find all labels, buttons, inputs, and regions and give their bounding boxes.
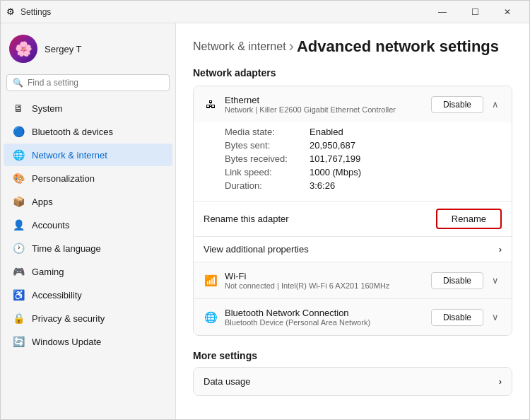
- search-input[interactable]: [28, 78, 163, 88]
- properties-row[interactable]: View additional properties ›: [194, 236, 512, 262]
- sidebar-item-label-time: Time & language: [32, 243, 101, 254]
- sidebar-item-accessibility[interactable]: ♿ Accessibility: [4, 284, 172, 306]
- main-content: Sergey T 🔍 🖥 System 🔵 Bluetooth & device…: [1, 23, 529, 419]
- bluetooth-net-disable-button[interactable]: Disable: [431, 309, 483, 326]
- sidebar-item-personalization[interactable]: 🎨 Personalization: [4, 167, 172, 189]
- wifi-chevron-down-icon[interactable]: ∨: [489, 274, 502, 287]
- rename-button[interactable]: Rename: [436, 209, 502, 229]
- breadcrumb-separator: ›: [289, 37, 294, 56]
- adapter-details-ethernet: Media state: Enabled Bytes sent: 20,950,…: [194, 122, 512, 201]
- sidebar-item-bluetooth[interactable]: 🔵 Bluetooth & devices: [4, 120, 172, 143]
- sidebar-item-label-update: Windows Update: [32, 337, 101, 347]
- sidebar-item-label-network: Network & internet: [32, 150, 107, 161]
- adapter-controls-wifi: Disable ∨: [431, 272, 502, 289]
- adapter-desc-bluetooth-net: Bluetooth Device (Personal Area Network): [225, 318, 424, 327]
- sidebar-item-system[interactable]: 🖥 System: [4, 97, 172, 119]
- sidebar-item-label-gaming: Gaming: [32, 267, 64, 277]
- apps-icon: 📦: [12, 195, 25, 208]
- wifi-disable-button[interactable]: Disable: [431, 272, 483, 289]
- close-button[interactable]: ✕: [491, 1, 524, 23]
- sidebar-item-label-bluetooth: Bluetooth & devices: [32, 127, 113, 137]
- breadcrumb: Network & internet › Advanced network se…: [193, 37, 512, 56]
- more-settings-section: Data usage ›: [193, 367, 512, 396]
- detail-row-bytes-sent: Bytes sent: 20,950,687: [225, 139, 502, 152]
- adapter-controls-ethernet: Disable ∧: [431, 96, 502, 113]
- link-speed-value: 1000 (Mbps): [310, 167, 361, 177]
- titlebar-left: ⚙ Settings: [6, 6, 51, 17]
- adapter-info-ethernet: Ethernet Network | Killer E2600 Gigabit …: [225, 95, 424, 114]
- more-settings-title: More settings: [193, 350, 512, 361]
- bluetooth-icon: 🔵: [12, 125, 25, 138]
- media-state-value: Enabled: [310, 127, 343, 137]
- adapter-info-wifi: Wi-Fi Not connected | Intel(R) Wi-Fi 6 A…: [225, 271, 424, 290]
- rename-label: Rename this adapter: [204, 214, 289, 224]
- ethernet-disable-button[interactable]: Disable: [431, 96, 483, 113]
- accessibility-icon: ♿: [12, 288, 25, 301]
- media-state-label: Media state:: [225, 127, 310, 137]
- accounts-icon: 👤: [12, 218, 25, 231]
- sidebar-item-time[interactable]: 🕐 Time & language: [4, 237, 172, 259]
- bytes-sent-label: Bytes sent:: [225, 140, 310, 151]
- ethernet-icon: 🖧: [204, 98, 218, 112]
- link-speed-label: Link speed:: [225, 167, 310, 177]
- section-title-adapters: Network adapters: [193, 67, 512, 78]
- data-usage-chevron-icon: ›: [499, 376, 502, 387]
- sidebar-item-label-accessibility: Accessibility: [32, 290, 82, 301]
- settings-row-data-usage[interactable]: Data usage ›: [194, 368, 512, 395]
- sidebar-item-update[interactable]: 🔄 Windows Update: [4, 330, 172, 353]
- sidebar-item-label-accounts: Accounts: [32, 220, 69, 231]
- adapter-name-bluetooth-net: Bluetooth Network Connection: [225, 308, 424, 318]
- settings-window: ⚙ Settings — ☐ ✕ Sergey T 🔍 🖥 System: [0, 0, 530, 420]
- user-name: Sergey T: [45, 44, 82, 54]
- network-icon: 🌐: [12, 148, 25, 161]
- minimize-button[interactable]: —: [426, 1, 459, 23]
- adapter-item-wifi: 📶 Wi-Fi Not connected | Intel(R) Wi-Fi 6…: [194, 262, 512, 299]
- sidebar-item-label-privacy: Privacy & security: [32, 313, 105, 324]
- personalization-icon: 🎨: [12, 172, 25, 185]
- content-area: Network & internet › Advanced network se…: [176, 23, 529, 419]
- adapters-section: 🖧 Ethernet Network | Killer E2600 Gigabi…: [193, 86, 512, 336]
- sidebar-item-accounts[interactable]: 👤 Accounts: [4, 214, 172, 236]
- sidebar-item-privacy[interactable]: 🔒 Privacy & security: [4, 307, 172, 329]
- titlebar: ⚙ Settings — ☐ ✕: [1, 1, 529, 23]
- search-box[interactable]: 🔍: [6, 74, 170, 91]
- bluetooth-net-chevron-down-icon[interactable]: ∨: [489, 310, 502, 324]
- settings-icon: ⚙: [6, 6, 15, 17]
- detail-row-media-state: Media state: Enabled: [225, 125, 502, 139]
- sidebar-item-label-apps: Apps: [32, 197, 53, 207]
- duration-label: Duration:: [225, 180, 310, 191]
- data-usage-label: Data usage: [204, 376, 251, 387]
- adapter-desc-ethernet: Network | Killer E2600 Gigabit Ethernet …: [225, 105, 424, 114]
- ethernet-chevron-up-icon[interactable]: ∧: [489, 98, 502, 111]
- gaming-icon: 🎮: [12, 265, 25, 278]
- avatar: [9, 35, 37, 63]
- adapter-item-bluetooth-net: 🌐 Bluetooth Network Connection Bluetooth…: [194, 299, 512, 335]
- update-icon: 🔄: [12, 335, 25, 348]
- privacy-icon: 🔒: [12, 312, 25, 325]
- sidebar: Sergey T 🔍 🖥 System 🔵 Bluetooth & device…: [1, 23, 176, 419]
- properties-chevron-icon: ›: [499, 244, 502, 255]
- time-icon: 🕐: [12, 242, 25, 255]
- maximize-button[interactable]: ☐: [459, 1, 491, 23]
- adapter-name-wifi: Wi-Fi: [225, 271, 424, 281]
- bytes-sent-value: 20,950,687: [310, 140, 355, 151]
- system-icon: 🖥: [12, 102, 25, 115]
- rename-row: Rename this adapter Rename: [194, 201, 512, 236]
- adapter-header-ethernet: 🖧 Ethernet Network | Killer E2600 Gigabi…: [194, 86, 512, 122]
- breadcrumb-current: Advanced network settings: [297, 37, 499, 56]
- sidebar-item-apps[interactable]: 📦 Apps: [4, 190, 172, 213]
- titlebar-controls: — ☐ ✕: [426, 1, 524, 23]
- sidebar-item-gaming[interactable]: 🎮 Gaming: [4, 260, 172, 283]
- window-title: Settings: [20, 7, 51, 17]
- adapter-header-bluetooth-net: 🌐 Bluetooth Network Connection Bluetooth…: [194, 299, 512, 335]
- adapter-controls-bluetooth-net: Disable ∨: [431, 309, 502, 326]
- adapter-info-bluetooth-net: Bluetooth Network Connection Bluetooth D…: [225, 308, 424, 327]
- breadcrumb-parent: Network & internet: [193, 40, 286, 53]
- adapter-header-wifi: 📶 Wi-Fi Not connected | Intel(R) Wi-Fi 6…: [194, 262, 512, 298]
- bytes-received-value: 101,767,199: [310, 153, 360, 164]
- adapter-item-ethernet: 🖧 Ethernet Network | Killer E2600 Gigabi…: [194, 86, 512, 262]
- bytes-received-label: Bytes received:: [225, 153, 310, 164]
- sidebar-item-label-system: System: [32, 103, 62, 114]
- wifi-icon: 📶: [204, 274, 218, 288]
- sidebar-item-network[interactable]: 🌐 Network & internet: [4, 144, 172, 166]
